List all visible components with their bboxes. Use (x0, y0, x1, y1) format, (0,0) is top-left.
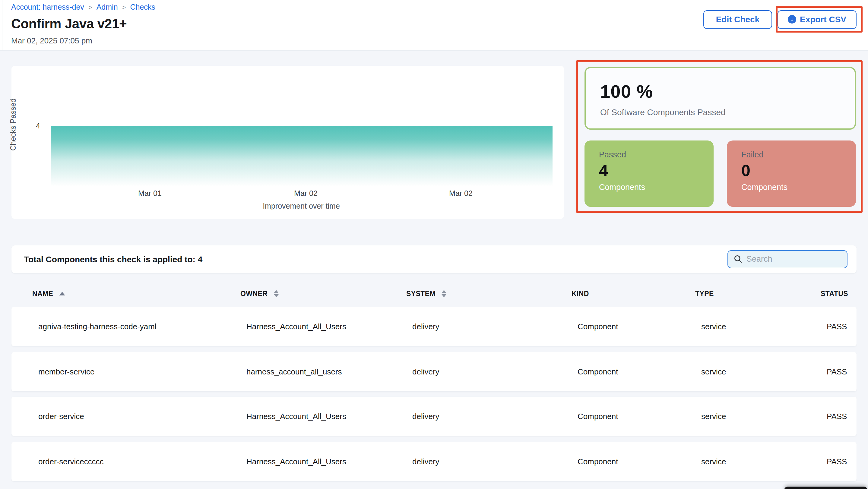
checks-detail-page: Account: harness-dev > Admin > Checks Co… (0, 0, 868, 489)
edit-check-label: Edit Check (716, 14, 760, 24)
sort-toggle-icon (274, 290, 278, 297)
breadcrumb-checks-link[interactable]: Checks (130, 3, 155, 11)
export-csv-button[interactable]: ↓ Export CSV (777, 10, 857, 29)
breadcrumb: Account: harness-dev > Admin > Checks (11, 3, 155, 11)
sidebar-edge-divider (1, 0, 2, 51)
total-components-label: Total Components this check is applied t… (24, 255, 203, 264)
table-row[interactable]: order-service Harness_Account_All_Users … (11, 397, 857, 436)
export-csv-label: Export CSV (800, 14, 846, 24)
column-header-kind: KIND (571, 290, 695, 297)
failed-card-unit: Components (741, 183, 856, 191)
cell-kind: Component (578, 322, 701, 331)
table-header-row: NAME OWNER SYSTEM KIND TYPE STATUS (11, 281, 857, 307)
cell-status: PASS (827, 412, 857, 421)
chat-widget-peek[interactable] (784, 486, 867, 489)
page-title: Confirm Java v21+ (11, 16, 127, 32)
cell-type: service (701, 322, 827, 331)
cell-system: delivery (412, 367, 578, 376)
percent-passed-value: 100 % (600, 81, 855, 102)
failed-card-value: 0 (741, 161, 856, 180)
column-header-status: STATUS (820, 290, 857, 297)
passed-card-unit: Components (599, 183, 714, 191)
table-row[interactable]: agniva-testing-harness-code-yaml Harness… (11, 307, 857, 346)
chevron-right-icon: > (122, 4, 126, 11)
chart-x-tick: Mar 02 (279, 189, 333, 198)
cell-kind: Component (578, 412, 701, 421)
cell-owner: harness_account_all_users (246, 367, 412, 376)
cell-status: PASS (827, 367, 857, 376)
cell-name: order-serviceccccc (38, 457, 246, 466)
search-input[interactable] (746, 255, 842, 264)
cell-type: service (701, 367, 827, 376)
column-header-name[interactable]: NAME (32, 290, 240, 297)
passed-card-value: 4 (599, 161, 714, 180)
search-box[interactable] (727, 250, 847, 268)
cell-system: delivery (412, 457, 578, 466)
cell-name: order-service (38, 412, 246, 421)
percent-passed-label: Of Software Components Passed (600, 107, 855, 117)
column-header-type: TYPE (695, 290, 820, 297)
page-header: Account: harness-dev > Admin > Checks Co… (0, 0, 868, 51)
chart-y-axis-label: Checks Passed (9, 102, 17, 151)
percent-passed-card: 100 % Of Software Components Passed (585, 67, 856, 129)
cell-owner: Harness_Account_All_Users (246, 412, 412, 421)
column-header-system[interactable]: SYSTEM (406, 290, 571, 297)
cell-type: service (701, 457, 827, 466)
failed-components-card: Failed 0 Components (727, 140, 856, 206)
cell-system: delivery (412, 322, 578, 331)
cell-kind: Component (578, 457, 701, 466)
chart-x-axis-label: Improvement over time (11, 202, 591, 210)
passed-card-title: Passed (599, 150, 714, 159)
cell-owner: Harness_Account_All_Users (246, 322, 412, 331)
table-row[interactable]: order-serviceccccc Harness_Account_All_U… (11, 442, 857, 481)
passed-components-card: Passed 4 Components (585, 140, 714, 206)
cell-name: agniva-testing-harness-code-yaml (38, 322, 246, 331)
edit-check-button[interactable]: Edit Check (703, 10, 772, 29)
search-icon (734, 255, 742, 263)
chart-x-tick: Mar 02 (434, 189, 488, 198)
cell-status: PASS (827, 457, 857, 466)
chart-y-tick: 4 (29, 122, 40, 130)
chevron-right-icon: > (88, 4, 92, 11)
column-header-owner[interactable]: OWNER (240, 290, 406, 297)
sort-ascending-icon (59, 292, 65, 295)
chart-area-fill (50, 126, 553, 186)
chart-x-tick: Mar 01 (123, 189, 177, 198)
cell-owner: Harness_Account_All_Users (246, 457, 412, 466)
checks-passed-chart: Checks Passed 4 Mar 01 Mar 02 Mar 02 Imp… (11, 66, 564, 219)
cell-system: delivery (412, 412, 578, 421)
table-row[interactable]: member-service harness_account_all_users… (11, 352, 857, 391)
breadcrumb-admin-link[interactable]: Admin (96, 3, 118, 11)
cell-type: service (701, 412, 827, 421)
cell-name: member-service (38, 367, 246, 376)
failed-card-title: Failed (741, 150, 856, 159)
breadcrumb-account-link[interactable]: Account: harness-dev (11, 3, 84, 11)
check-timestamp: Mar 02, 2025 07:05 pm (11, 36, 92, 45)
download-icon: ↓ (788, 15, 796, 24)
cell-status: PASS (827, 322, 857, 331)
sort-toggle-icon (441, 290, 446, 297)
cell-kind: Component (578, 367, 701, 376)
